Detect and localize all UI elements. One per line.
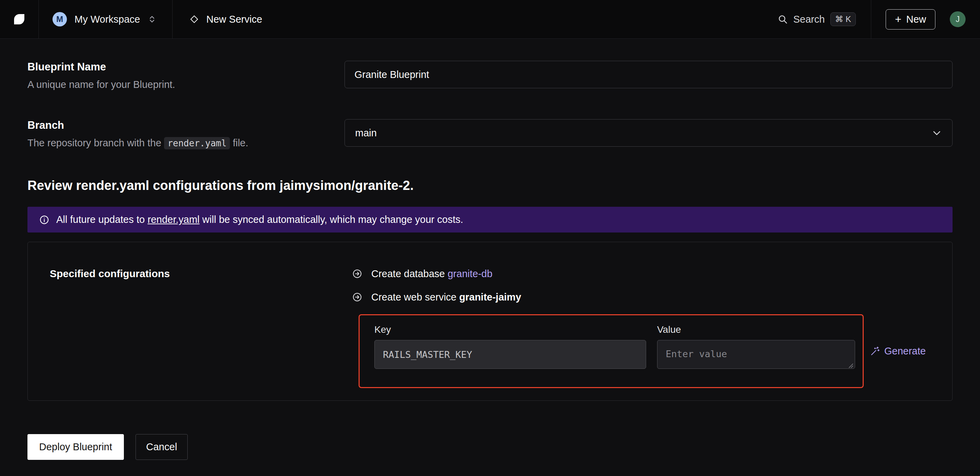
search-button[interactable]: Search ⌘ K <box>778 12 856 26</box>
page-title-area: New Service <box>173 14 777 25</box>
new-button[interactable]: + New <box>886 9 935 30</box>
wand-icon <box>870 346 880 356</box>
blueprint-name-description: A unique name for your Blueprint. <box>27 79 345 90</box>
action-buttons: Deploy Blueprint Cancel <box>27 434 953 460</box>
env-value-input[interactable] <box>657 340 855 369</box>
banner-text-prefix: All future updates to <box>56 214 148 225</box>
branch-label-group: Branch The repository branch with the re… <box>27 119 345 149</box>
chevron-up-down-icon <box>148 15 156 24</box>
create-database-text: Create database granite-db <box>371 268 492 280</box>
plus-icon: + <box>895 14 901 25</box>
main-content: Blueprint Name A unique name for your Bl… <box>0 39 980 460</box>
env-var-highlight-box: Key Value <box>359 314 864 388</box>
workspace-avatar: M <box>52 12 67 26</box>
banner-text-suffix: will be synced automatically, which may … <box>200 214 463 225</box>
blueprint-name-label-group: Blueprint Name A unique name for your Bl… <box>27 61 345 90</box>
branch-select[interactable]: main <box>345 119 953 147</box>
create-web-service-text: Create web service granite-jaimy <box>371 291 521 303</box>
render-yaml-code-chip: render.yaml <box>164 137 230 149</box>
generate-button[interactable]: Generate <box>870 345 926 357</box>
create-web-service-prefix: Create web service <box>371 292 459 303</box>
create-web-service-row: Create web service granite-jaimy <box>352 291 930 303</box>
branch-row: Branch The repository branch with the re… <box>27 119 953 149</box>
env-key-input[interactable] <box>374 340 646 369</box>
render-logo-icon <box>13 13 25 26</box>
chevron-down-icon <box>932 128 942 138</box>
branch-label: Branch <box>27 119 345 131</box>
topbar: M My Workspace New Service Search ⌘ K + … <box>0 0 980 39</box>
deploy-blueprint-button[interactable]: Deploy Blueprint <box>27 434 124 460</box>
cancel-button[interactable]: Cancel <box>135 434 188 460</box>
arrow-circle-icon <box>352 292 362 302</box>
env-key-label: Key <box>374 324 646 335</box>
sync-info-banner: All future updates to render.yaml will b… <box>27 207 953 233</box>
workspace-name: My Workspace <box>75 14 140 25</box>
branch-selected-value: main <box>355 128 377 139</box>
new-button-label: New <box>906 14 926 25</box>
branch-description: The repository branch with the render.ya… <box>27 137 345 149</box>
blueprint-name-input[interactable] <box>345 61 953 88</box>
info-icon <box>39 215 49 225</box>
arrow-circle-icon <box>352 268 362 279</box>
generate-label: Generate <box>884 345 926 357</box>
search-label: Search <box>793 14 825 25</box>
blueprint-name-row: Blueprint Name A unique name for your Bl… <box>27 61 953 90</box>
new-button-cell: + New <box>871 0 950 38</box>
create-database-row: Create database granite-db <box>352 268 930 280</box>
search-shortcut-badge: ⌘ K <box>830 12 856 26</box>
diamond-icon <box>190 15 199 24</box>
user-avatar[interactable]: J <box>950 11 966 27</box>
create-database-prefix: Create database <box>371 268 447 279</box>
env-value-column: Value <box>657 324 855 371</box>
banner-text: All future updates to render.yaml will b… <box>56 214 463 225</box>
branch-description-prefix: The repository branch with the <box>27 137 164 149</box>
env-key-column: Key <box>374 324 646 371</box>
page-title: New Service <box>206 14 262 25</box>
render-yaml-link[interactable]: render.yaml <box>148 214 200 225</box>
blueprint-name-label: Blueprint Name <box>27 61 345 73</box>
env-value-label: Value <box>657 324 855 335</box>
search-icon <box>778 14 788 24</box>
env-value-wrap <box>657 340 855 371</box>
card-title: Specified configurations <box>50 268 352 388</box>
granite-jaimy-name: granite-jaimy <box>459 292 521 303</box>
env-var-zone: Key Value <box>359 314 930 388</box>
review-heading: Review render.yaml configurations from j… <box>27 178 953 193</box>
card-config-column: Create database granite-db Create web se… <box>352 268 930 388</box>
branch-description-suffix: file. <box>230 137 248 149</box>
render-logo[interactable] <box>0 0 39 38</box>
workspace-selector[interactable]: M My Workspace <box>39 0 173 38</box>
specified-configurations-card: Specified configurations Create database… <box>27 242 953 401</box>
granite-db-link[interactable]: granite-db <box>447 268 492 279</box>
